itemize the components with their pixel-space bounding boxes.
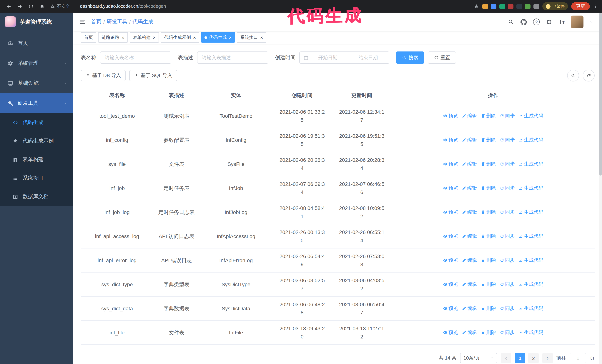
action-generate[interactable]: 生成代码	[518, 328, 543, 336]
action-generate[interactable]: 生成代码	[518, 208, 543, 216]
action-sync[interactable]: 同步	[500, 160, 515, 168]
action-edit[interactable]: 编辑	[462, 304, 477, 312]
action-delete[interactable]: 删除	[481, 304, 496, 312]
extension-icon[interactable]	[482, 3, 488, 9]
paused-badge[interactable]: 已暂停	[542, 2, 568, 10]
address-bar[interactable]: dashboard.yudao.iocoder.cn/tool/codegen	[80, 4, 166, 9]
table-name-input[interactable]	[100, 52, 171, 64]
tab-close-icon[interactable]: ×	[153, 35, 156, 40]
table-desc-input[interactable]	[197, 52, 268, 64]
action-preview[interactable]: 预览	[443, 232, 458, 240]
action-preview[interactable]: 预览	[443, 160, 458, 168]
action-preview[interactable]: 预览	[443, 136, 458, 144]
toggle-search-button[interactable]	[567, 70, 579, 82]
update-button[interactable]: 更新	[571, 2, 590, 10]
action-preview[interactable]: 预览	[443, 328, 458, 336]
action-edit[interactable]: 编辑	[462, 160, 477, 168]
action-sync[interactable]: 同步	[500, 304, 515, 312]
search-button[interactable]: 搜索	[396, 52, 424, 64]
site-security-badge[interactable]: 不安全	[48, 3, 72, 10]
action-sync[interactable]: 同步	[500, 208, 515, 216]
extension-icon[interactable]	[533, 3, 539, 9]
action-sync[interactable]: 同步	[500, 136, 515, 144]
action-edit[interactable]: 编辑	[462, 184, 477, 192]
tab-4[interactable]: 代码生成×	[201, 32, 235, 42]
header-search-icon[interactable]	[508, 19, 514, 25]
bookmark-star-icon[interactable]	[474, 4, 479, 9]
action-generate[interactable]: 生成代码	[518, 304, 543, 312]
breadcrumb-item[interactable]: 首页	[91, 19, 101, 25]
font-size-icon[interactable]: TT	[559, 19, 565, 25]
action-generate[interactable]: 生成代码	[518, 256, 543, 264]
back-button[interactable]	[4, 1, 13, 11]
sidebar-item-infrastructure[interactable]: 基础设施	[0, 73, 73, 93]
import-db-button[interactable]: 基于 DB 导入	[81, 70, 126, 81]
sidebar-item-system[interactable]: 系统管理	[0, 53, 73, 73]
goto-page-input[interactable]	[570, 353, 586, 363]
sidebar-item-codegen-example[interactable]: 代码生成示例	[0, 132, 73, 150]
action-sync[interactable]: 同步	[500, 280, 515, 288]
action-delete[interactable]: 删除	[481, 112, 496, 120]
user-avatar[interactable]	[571, 16, 583, 28]
action-delete[interactable]: 删除	[481, 328, 496, 336]
sidebar-item-form-builder[interactable]: 表单构建	[0, 150, 73, 169]
home-button[interactable]	[37, 1, 47, 11]
breadcrumb-item[interactable]: 代码生成	[133, 19, 153, 25]
scrollbar-thumb[interactable]	[599, 13, 602, 176]
help-icon[interactable]: ?	[533, 19, 540, 25]
reload-button[interactable]	[26, 1, 36, 11]
sidebar-item-home[interactable]: 首页	[0, 33, 73, 53]
action-delete[interactable]: 删除	[481, 256, 496, 264]
action-edit[interactable]: 编辑	[462, 208, 477, 216]
sidebar-item-devtools[interactable]: 研发工具	[0, 93, 73, 113]
import-sql-button[interactable]: 基于 SQL 导入	[129, 70, 177, 81]
action-preview[interactable]: 预览	[443, 256, 458, 264]
sidebar-item-db-doc[interactable]: 数据库文档	[0, 187, 73, 206]
action-generate[interactable]: 生成代码	[518, 184, 543, 192]
action-preview[interactable]: 预览	[443, 184, 458, 192]
action-preview[interactable]: 预览	[443, 208, 458, 216]
next-page-button[interactable]: ›	[542, 353, 553, 363]
page-size-select[interactable]: 10条/页	[460, 353, 497, 363]
action-preview[interactable]: 预览	[443, 112, 458, 120]
action-sync[interactable]: 同步	[500, 328, 515, 336]
fullscreen-icon[interactable]	[546, 19, 552, 25]
browser-menu-icon[interactable]	[593, 4, 598, 9]
refresh-table-button[interactable]	[583, 70, 595, 82]
date-range-picker[interactable]: 开始日期 - 结束日期	[299, 52, 389, 64]
action-generate[interactable]: 生成代码	[518, 232, 543, 240]
action-generate[interactable]: 生成代码	[518, 112, 543, 120]
action-delete[interactable]: 删除	[481, 208, 496, 216]
action-generate[interactable]: 生成代码	[518, 136, 543, 144]
extension-icon[interactable]	[491, 3, 496, 9]
action-edit[interactable]: 编辑	[462, 256, 477, 264]
action-edit[interactable]: 编辑	[462, 112, 477, 120]
page-scrollbar[interactable]	[599, 13, 602, 364]
action-sync[interactable]: 同步	[500, 232, 515, 240]
action-generate[interactable]: 生成代码	[518, 280, 543, 288]
sidebar-item-codegen[interactable]: 代码生成	[0, 113, 73, 132]
tab-3[interactable]: 代码生成示例×	[161, 32, 199, 42]
action-sync[interactable]: 同步	[500, 112, 515, 120]
user-menu-caret-icon[interactable]	[590, 20, 593, 23]
forward-button[interactable]	[15, 1, 24, 11]
sidebar-item-system-api[interactable]: 系统接口	[0, 169, 73, 187]
tab-0[interactable]: 首页	[81, 32, 96, 42]
app-logo[interactable]: 芋道管理系统	[0, 13, 73, 31]
reset-button[interactable]: 重置	[428, 52, 456, 64]
tab-close-icon[interactable]: ×	[193, 35, 196, 40]
action-delete[interactable]: 删除	[481, 232, 496, 240]
action-sync[interactable]: 同步	[500, 184, 515, 192]
action-sync[interactable]: 同步	[500, 256, 515, 264]
action-delete[interactable]: 删除	[481, 184, 496, 192]
action-delete[interactable]: 删除	[481, 280, 496, 288]
tab-close-icon[interactable]: ×	[260, 35, 263, 40]
action-generate[interactable]: 生成代码	[518, 160, 543, 168]
prev-page-button[interactable]: ‹	[501, 353, 511, 363]
action-preview[interactable]: 预览	[443, 304, 458, 312]
tab-1[interactable]: 链路追踪×	[98, 32, 128, 42]
action-edit[interactable]: 编辑	[462, 328, 477, 336]
action-delete[interactable]: 删除	[481, 136, 496, 144]
tab-close-icon[interactable]: ×	[229, 35, 232, 40]
action-preview[interactable]: 预览	[443, 280, 458, 288]
